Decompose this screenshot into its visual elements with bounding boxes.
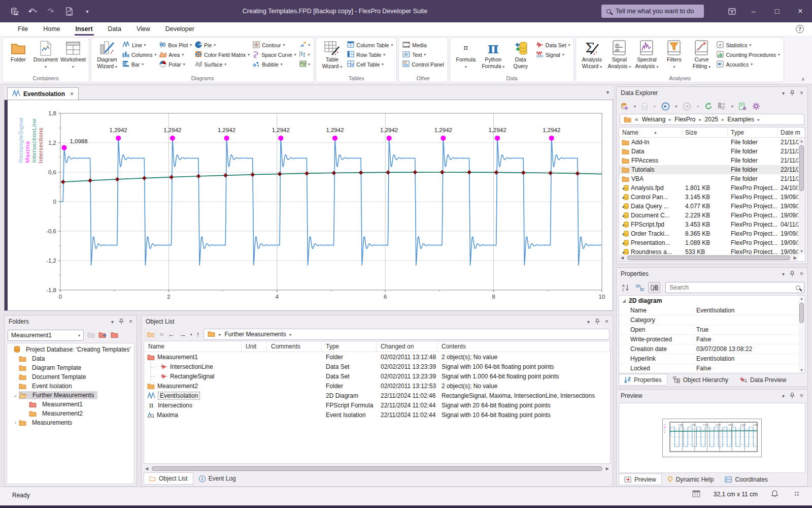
ribbon-button-folder[interactable]: Folder [5,39,31,63]
refresh-icon[interactable] [704,102,713,110]
object-list-row[interactable]: Maxima Event Isolation22/11/2024 11:02:4… [144,410,610,420]
ribbon-button-data-query[interactable]: DataQuery [507,39,534,70]
ribbon-item-line[interactable]: Line▾ [121,41,157,49]
breadcrumb-weisang[interactable]: Weisang [642,116,665,123]
property-row-name[interactable]: NameEventIsolation [619,306,805,315]
chart-plot[interactable]: 1,09881,29421,29421,29421,29421,29421,29… [60,113,602,290]
move-to-folder-icon[interactable] [98,331,107,340]
ribbon-button-python-formula[interactable]: π PythonFormula ▾ [480,39,506,70]
close-icon[interactable]: × [800,392,803,399]
settings-gear-icon[interactable] [752,102,760,110]
data-explorer-row[interactable]: Control Pan... 3.145 KBFlexPro Project..… [619,193,805,202]
menu-developer[interactable]: Developer [158,23,202,35]
ribbon-item-vector-plot[interactable]: ▾ [298,41,312,49]
open-folder-icon[interactable] [145,329,156,339]
forward-icon[interactable] [683,102,691,111]
ribbon-button-document[interactable]: Document ▾ [32,39,59,70]
menu-view[interactable]: View [129,23,158,35]
help-icon[interactable]: ? [796,25,804,33]
folder-tree-item[interactable]: › Measurements [7,418,134,427]
breadcrumb-examples[interactable]: Examples [727,116,754,123]
tab-list-chevron-icon[interactable]: ▾ [606,89,609,95]
ribbon-button-filters[interactable]: Filters ▾ [661,39,687,70]
pin-icon[interactable] [790,271,795,277]
tab-object-list[interactable]: Object List [144,472,193,485]
tell-me-search[interactable]: Tell me what you want to do [601,5,704,18]
folder-tree-item[interactable]: Diagram Template [7,363,134,372]
ribbon-item-error-bar[interactable]: ▾ [298,50,312,59]
folder-tree-item[interactable]: Document Template [7,372,134,382]
menu-data[interactable]: Data [100,23,129,35]
ribbon-button-spectral-analysis[interactable]: SpectralAnalysis ▾ [633,39,660,70]
maximize-button[interactable]: □ [765,0,789,22]
folder-tree-item[interactable]: ⌄ Further Measurements [7,391,134,400]
property-row-open[interactable]: OpenTrue [619,325,805,335]
object-list-breadcrumb[interactable]: ▸ Further Measurements ▸ [204,329,610,340]
object-list-row[interactable]: IntersectionLine Data Set02/02/2011 13:2… [144,362,610,371]
folder-tree-item[interactable]: Project Database: 'Creating Templates' [7,345,134,354]
ribbon-item-statistics[interactable]: σ Statistics▾ [716,41,781,49]
property-row-locked[interactable]: LockedFalse [619,364,805,373]
categorize-icon[interactable] [634,282,646,293]
resize-grip[interactable] [795,492,800,497]
property-row-creation-date[interactable]: Creation date03/07/2008 13:08:22 [619,344,805,354]
tab-data-preview[interactable]: Data Preview [734,374,792,386]
folder-combo[interactable]: Measurement1 ▾ [8,330,84,341]
property-row-category[interactable]: Category [619,315,805,325]
ribbon-item-color-field-matrix[interactable]: Color Field Matrix▾ [194,50,251,59]
close-icon[interactable]: × [800,270,803,277]
tab-object-hierarchy[interactable]: Object Hierarchy [667,374,734,386]
diagram-thumbnail[interactable]: 1,29421,29421,29421,29421,29421,29421,29… [662,419,762,457]
data-explorer-row[interactable]: Tutorials File folder22/11/2 [619,165,805,174]
indexing-options-icon[interactable] [739,103,747,110]
panel-menu-icon[interactable]: ▾ [111,319,114,325]
folder-tree-item[interactable]: Data [7,354,134,363]
close-icon[interactable]: × [605,318,608,325]
panel-menu-icon[interactable]: ▾ [587,319,590,325]
horizontal-scrollbar[interactable]: ◀▶ [619,255,798,261]
minimize-button[interactable]: – [742,0,765,22]
ribbon-item-surface[interactable]: Surface▾ [194,60,251,69]
ribbon-item-row-table[interactable]: Row Table▾ [346,50,394,59]
toggle-description-icon[interactable] [648,282,660,293]
expand-all-icon[interactable]: ≈ [160,330,164,338]
data-explorer-row[interactable]: Add-In File folder21/11/2 [619,138,805,147]
pin-icon[interactable] [119,319,124,325]
panel-menu-icon[interactable]: ▾ [782,90,785,96]
back-icon[interactable]: ← [168,330,175,338]
previous-folder-icon[interactable] [87,331,95,340]
object-list-row[interactable]: RectangleSignal Data Set02/02/2011 13:23… [144,371,610,381]
close-button[interactable]: × [789,0,812,22]
tab-preview[interactable]: Preview [619,473,662,485]
properties-search-input[interactable] [669,284,793,291]
data-explorer-row[interactable]: Analysis.fpd 1.801 KBFlexPro Project...2… [619,183,805,193]
ribbon-button-worksheet[interactable]: Worksheet ▾ [60,39,86,70]
vertical-scrollbar[interactable]: ▲▼ [798,296,805,373]
object-list-column-headers[interactable]: NameUnitCommentsTypeChanged onContents [144,341,610,352]
up-icon[interactable]: ↑ [196,330,199,338]
property-group-2d-diagram[interactable]: 2D diagram [619,296,805,306]
ribbon-button-diagram-wizard[interactable]: DiagramWizard ▾ [94,39,120,70]
qat-overflow-icon[interactable]: ▾ [82,6,92,16]
panel-menu-icon[interactable]: ▾ [782,271,785,277]
property-row-hyperlink[interactable]: HyperlinkEventIsolation [619,354,805,364]
ribbon-item-pie[interactable]: Pie▾ [194,41,251,49]
pin-icon[interactable] [595,319,600,325]
panel-menu-icon[interactable]: ▾ [782,393,785,399]
ribbon-item-cell-table[interactable]: Cell Table▾ [346,60,394,69]
import-data-icon[interactable] [621,103,628,110]
data-explorer-column-headers[interactable]: Name▲SizeTypeDate m [619,128,805,138]
preview-file-icon[interactable] [641,103,648,110]
tab-coordinates[interactable]: Coordinates [719,473,773,485]
new-folder-icon[interactable] [111,331,118,340]
data-explorer-row[interactable]: Presentation... 1.089 KBFlexPro Project.… [619,238,805,247]
collapse-ribbon-icon[interactable]: ∧ [801,76,805,82]
ribbon-item-media[interactable]: Media [401,41,445,49]
data-explorer-row[interactable]: Order Tracki... 8.365 KBFlexPro Project.… [619,229,805,238]
ribbon-button-analysis-wizard[interactable]: Σ AnalysisWizard ▾ [579,39,605,70]
ribbon-item-column-table[interactable]: Column Table▾ [346,41,394,49]
property-row-write-protected[interactable]: Write-protectedFalse [619,335,805,344]
history-chevron-icon[interactable]: ▾ [190,332,192,337]
expander-icon[interactable]: ⌄ [12,393,19,398]
tab-properties[interactable]: Properties [619,374,667,386]
